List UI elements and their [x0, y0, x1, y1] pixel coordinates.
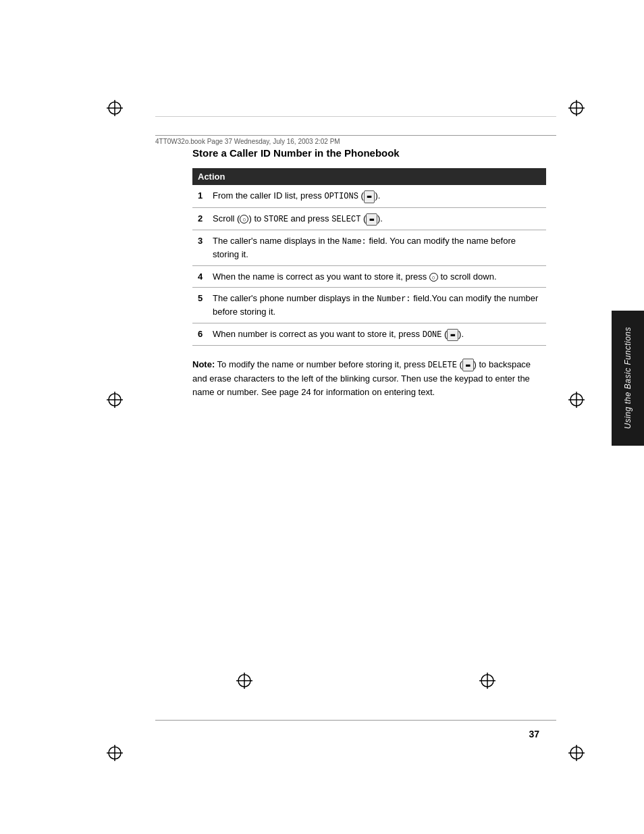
table-row: 5 The caller's phone number displays in … — [192, 288, 546, 323]
reg-mark-mr — [568, 392, 585, 408]
table-header: Action — [192, 168, 546, 185]
row-number: 3 — [192, 230, 207, 266]
row-content: From the caller ID list, press OPTIONS (… — [207, 185, 546, 207]
number-field-label: Number: — [377, 294, 410, 304]
main-content: Store a Caller ID Number in the Phoneboo… — [192, 147, 546, 399]
options-key: OPTIONS — [324, 192, 358, 201]
reg-mark-br — [568, 745, 585, 761]
section-title: Store a Caller ID Number in the Phoneboo… — [192, 147, 546, 159]
row-content: The caller's name displays in the Name: … — [207, 230, 546, 266]
action-table: Action 1 From the caller ID list, press … — [192, 168, 546, 346]
options-icon: ▬ — [364, 190, 375, 203]
reg-mark-tl — [107, 100, 123, 116]
row-number: 4 — [192, 265, 207, 288]
scroll-down-icon: ○ — [429, 273, 438, 282]
row-content: The caller's phone number displays in th… — [207, 288, 546, 323]
table-row: 3 The caller's name displays in the Name… — [192, 230, 546, 266]
header-text: 4TT0W32o.book Page 37 Wednesday, July 16… — [155, 135, 556, 145]
reg-mark-bmr — [479, 673, 495, 689]
scroll-circle-icon: ○ — [240, 215, 248, 224]
reg-mark-bml — [236, 673, 252, 689]
table-row: 4 When the name is correct as you want t… — [192, 265, 546, 288]
note-label: Note: — [192, 359, 215, 369]
reg-mark-bl — [107, 745, 123, 761]
footer-rule — [155, 720, 556, 721]
row-number: 2 — [192, 207, 207, 230]
done-icon: ▬ — [447, 329, 458, 342]
select-icon: ▬ — [366, 213, 377, 226]
store-key: STORE — [264, 215, 288, 224]
delete-key: DELETE — [428, 361, 457, 370]
table-row: 1 From the caller ID list, press OPTIONS… — [192, 185, 546, 207]
table-row: 6 When number is correct as you want to … — [192, 323, 546, 346]
note-text: Note: To modify the name or number befor… — [192, 358, 546, 399]
name-field-label: Name: — [342, 237, 367, 246]
row-content: When the name is correct as you want to … — [207, 265, 546, 288]
row-number: 5 — [192, 288, 207, 323]
reg-mark-ml — [107, 392, 123, 408]
row-number: 1 — [192, 185, 207, 207]
select-key: SELECT — [331, 215, 360, 224]
side-tab-label: Using the Basic Functions — [623, 327, 633, 429]
done-key: DONE — [423, 330, 442, 340]
table-row: 2 Scroll (○) to STORE and press SELECT (… — [192, 207, 546, 230]
page-number: 37 — [529, 729, 539, 739]
page-container: 4TT0W32o.book Page 37 Wednesday, July 16… — [0, 0, 644, 834]
row-content: When number is correct as you want to st… — [207, 323, 546, 346]
delete-icon: ▬ — [462, 359, 474, 371]
row-number: 6 — [192, 323, 207, 346]
header-rule — [155, 116, 556, 117]
reg-mark-tr — [568, 100, 585, 116]
side-tab: Using the Basic Functions — [612, 311, 644, 446]
row-content: Scroll (○) to STORE and press SELECT (▬)… — [207, 207, 546, 230]
